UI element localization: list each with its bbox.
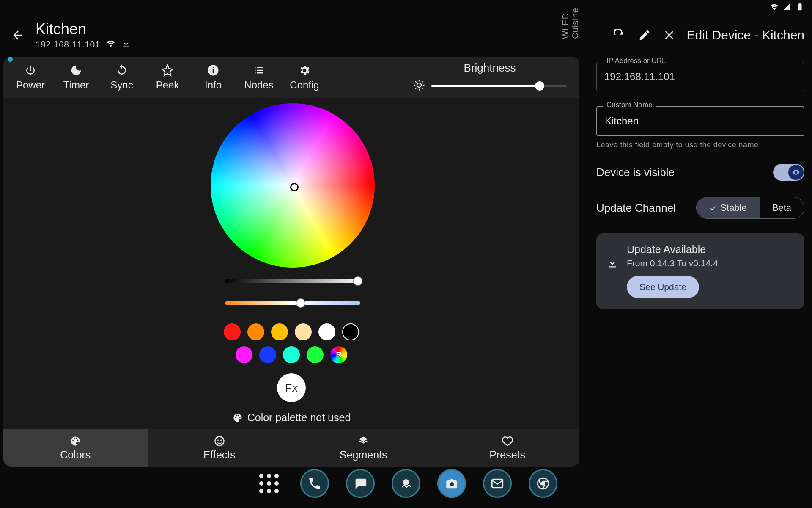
color-wheel-cursor[interactable] <box>290 183 299 191</box>
dock-chrome[interactable] <box>529 469 557 498</box>
color-temp-slider[interactable] <box>225 301 360 305</box>
update-available-card: Update Available From 0.14.3 To v0.14.4 … <box>596 233 804 309</box>
device-visible-row: Device is visible <box>596 164 804 181</box>
color-swatch[interactable] <box>307 346 324 363</box>
config-label: Config <box>290 79 319 91</box>
color-swatch[interactable] <box>236 346 252 363</box>
color-swatch[interactable] <box>342 323 359 340</box>
download-icon <box>606 257 618 271</box>
color-swatch[interactable] <box>271 323 288 340</box>
color-swatch[interactable] <box>295 323 312 340</box>
value-slider[interactable] <box>225 279 360 283</box>
info-label: Info <box>205 79 222 91</box>
ip-field-value[interactable]: 192.168.11.101 <box>596 62 804 91</box>
tab-presets-label: Presets <box>489 449 525 461</box>
tab-colors[interactable]: Colors <box>3 429 148 467</box>
palette-note: Color palette not used <box>3 411 579 424</box>
android-status-bar <box>0 0 812 15</box>
check-icon <box>709 204 717 212</box>
palette-icon <box>69 435 81 447</box>
camera-icon <box>444 476 459 491</box>
custom-name-field: Custom Name Kitchen <box>596 106 804 136</box>
custom-name-label: Custom Name <box>603 101 656 109</box>
chrome-icon <box>536 476 550 491</box>
brightness-slider[interactable] <box>431 85 567 87</box>
power-icon <box>24 64 37 77</box>
fx-button[interactable]: Fx <box>277 373 306 402</box>
dock-apps[interactable] <box>255 469 283 498</box>
peek-label: Peek <box>156 79 179 91</box>
phone-icon <box>307 476 322 491</box>
smile-icon <box>214 435 225 447</box>
edit-device-pane: Edit Device - Kitchen IP Address or URL … <box>589 20 812 467</box>
device-visible-toggle[interactable] <box>773 164 804 181</box>
update-subtitle: From 0.14.3 To v0.14.4 <box>627 258 718 268</box>
edit-button[interactable] <box>636 27 653 44</box>
color-swatch[interactable] <box>259 346 276 363</box>
signal-status-icon <box>782 2 792 13</box>
tab-segments-label: Segments <box>340 449 387 461</box>
layers-icon <box>357 435 369 447</box>
channel-option-beta[interactable]: Beta <box>760 197 804 218</box>
android-dock <box>0 466 812 501</box>
gear-icon <box>298 64 311 77</box>
info-icon <box>207 64 219 77</box>
heart-icon <box>502 435 513 447</box>
device-side-label: WLED Cuisine <box>561 8 580 39</box>
custom-name-value[interactable]: Kitchen <box>596 106 804 136</box>
ip-field: IP Address or URL 192.168.11.101 <box>596 62 804 91</box>
bottom-tabs: ColorsEffectsSegmentsPresets <box>3 429 579 467</box>
octopus-icon <box>399 476 413 491</box>
tab-presets[interactable]: Presets <box>436 429 580 467</box>
device-ip: 192.168.11.101 <box>36 39 100 50</box>
info-button[interactable]: Info <box>190 64 236 91</box>
wifi-status-icon <box>770 2 779 13</box>
dock-camera[interactable] <box>437 469 466 498</box>
sync-button[interactable]: Sync <box>99 64 145 91</box>
update-channel-label: Update Channel <box>596 202 676 215</box>
timer-label: Timer <box>63 79 89 91</box>
close-button[interactable] <box>661 27 678 44</box>
nodes-button[interactable]: Nodes <box>236 64 282 91</box>
tab-segments[interactable]: Segments <box>291 429 436 467</box>
palette-note-text: Color palette not used <box>247 411 351 424</box>
dock-phone[interactable] <box>300 469 329 498</box>
battery-status-icon <box>795 2 804 13</box>
sync-icon <box>115 64 128 77</box>
nodes-label: Nodes <box>244 79 273 91</box>
power-button[interactable]: Power <box>8 64 53 91</box>
see-update-button[interactable]: See Update <box>627 276 699 298</box>
eye-icon <box>792 168 800 177</box>
tab-colors-label: Colors <box>60 449 91 461</box>
config-button[interactable]: Config <box>282 64 327 91</box>
back-button[interactable] <box>8 25 28 45</box>
update-channel-row: Update Channel StableBeta <box>596 197 804 219</box>
moon-icon <box>70 64 82 77</box>
list-icon <box>252 64 265 77</box>
wifi-icon <box>106 39 115 50</box>
dock-messages[interactable] <box>346 469 375 498</box>
color-swatch[interactable] <box>247 323 264 340</box>
chat-icon <box>353 476 368 491</box>
color-swatch-random[interactable]: R <box>330 346 347 363</box>
power-label: Power <box>16 79 45 91</box>
timer-button[interactable]: Timer <box>53 64 99 91</box>
ip-field-label: IP Address or URL <box>603 57 669 65</box>
main-panel: PowerTimerSyncPeekInfoNodesConfig Bright… <box>3 57 579 467</box>
refresh-button[interactable] <box>611 27 628 44</box>
peek-button[interactable]: Peek <box>145 64 190 91</box>
toolbar: PowerTimerSyncPeekInfoNodesConfig Bright… <box>3 57 579 98</box>
channel-option-stable[interactable]: Stable <box>697 197 759 218</box>
color-swatches: R <box>3 323 579 363</box>
tab-effects[interactable]: Effects <box>148 429 292 467</box>
brightness-icon <box>413 79 425 93</box>
color-swatch[interactable] <box>224 323 241 340</box>
dock-mail[interactable] <box>483 469 512 498</box>
app-header: Kitchen 192.168.11.101 <box>0 20 131 50</box>
color-swatch[interactable] <box>318 323 335 340</box>
download-icon[interactable] <box>121 39 131 50</box>
color-swatch[interactable] <box>283 346 300 363</box>
sync-label: Sync <box>110 79 133 91</box>
dock-octopus[interactable] <box>392 469 420 498</box>
update-channel-selector[interactable]: StableBeta <box>696 197 804 219</box>
